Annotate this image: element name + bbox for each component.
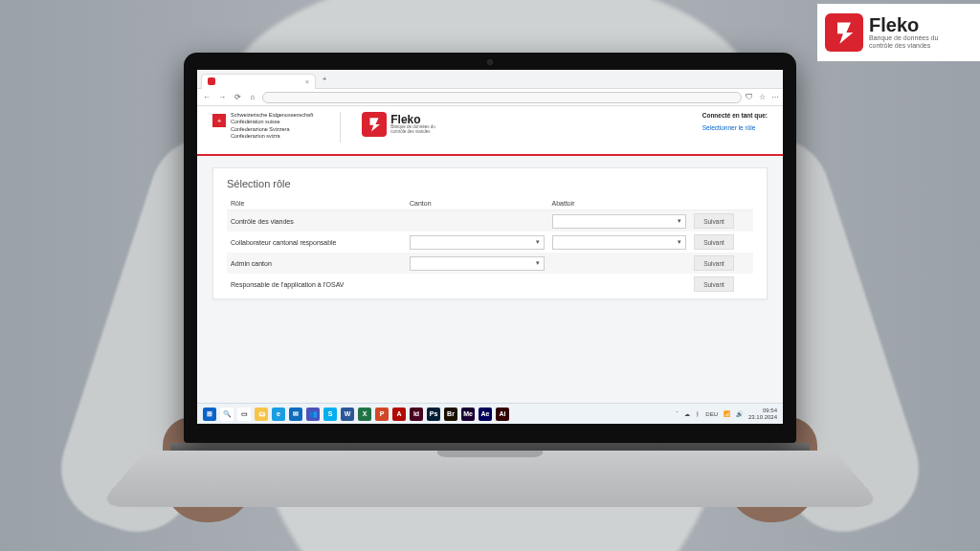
fleko-logo-card: Fleko Banque de données du contrôle des … xyxy=(817,4,980,61)
next-button[interactable]: Suivant xyxy=(694,213,734,229)
start-icon[interactable]: ⊞ xyxy=(203,408,216,421)
media-encoder-icon[interactable]: Me xyxy=(461,408,475,421)
fleko-logo-sub2: contrôle des viandes xyxy=(869,42,938,50)
indesign-icon[interactable]: Id xyxy=(410,408,423,421)
gov-line: Confederaziun svizra xyxy=(231,133,313,140)
shield-icon[interactable]: 🛡 xyxy=(746,93,753,101)
word-icon[interactable]: W xyxy=(341,408,354,421)
illustrator-icon[interactable]: Ai xyxy=(496,408,509,421)
gov-line: Confederazione Svizzera xyxy=(231,126,313,133)
tray-lang[interactable]: DEU xyxy=(705,411,718,417)
url-input[interactable] xyxy=(262,92,742,103)
gov-line: Schweizerische Eidgenossenschaft xyxy=(231,112,313,119)
action-cell: Suivant xyxy=(690,253,753,274)
powerpoint-icon[interactable]: P xyxy=(375,408,389,421)
canton-cell: ▾ xyxy=(406,231,548,253)
card-title: Sélection rôle xyxy=(227,178,753,189)
tray-volume-icon[interactable]: 🔊 xyxy=(736,410,743,417)
fleko-logo-sub1: Banque de données du xyxy=(869,34,938,42)
table-row: Contrôle des viandes▾Suivant xyxy=(227,210,753,232)
edge-icon[interactable]: e xyxy=(272,408,285,421)
role-cell: Collaborateur cantonal responsable xyxy=(227,231,406,253)
tray-bluetooth-icon[interactable]: ᛒ xyxy=(696,411,700,417)
back-button[interactable]: ← xyxy=(201,92,212,103)
system-tray: ˄ ☁ ᛒ DEU 📶 🔊 09:54 23.10.2024 xyxy=(676,408,777,420)
after-effects-icon[interactable]: Ae xyxy=(479,408,492,421)
abattoir-cell xyxy=(548,274,691,295)
browser-tab[interactable]: × xyxy=(201,74,316,89)
fleko-logo-icon xyxy=(825,13,863,52)
role-cell: Admin canton xyxy=(227,253,406,274)
role-cell: Responsable de l'application à l'OSAV xyxy=(227,274,406,295)
teams-icon[interactable]: 👥 xyxy=(306,408,320,421)
tray-clock[interactable]: 09:54 23.10.2024 xyxy=(748,408,777,420)
next-button[interactable]: Suivant xyxy=(694,276,734,292)
gov-line: Confédération suisse xyxy=(231,119,313,125)
canton-cell xyxy=(406,210,548,232)
skype-icon[interactable]: S xyxy=(323,408,337,421)
trackpad-notch xyxy=(436,451,544,457)
tray-chevron-icon[interactable]: ˄ xyxy=(676,410,679,417)
divider xyxy=(340,112,341,143)
action-cell: Suivant xyxy=(690,231,753,253)
tray-date: 23.10.2024 xyxy=(748,414,777,421)
canton-select[interactable]: ▾ xyxy=(410,235,545,250)
search-icon[interactable]: 🔍 xyxy=(220,408,234,421)
fleko-inline-sub2: contrôle des viandes xyxy=(390,130,435,135)
th-role: Rôle xyxy=(227,197,406,210)
tray-cloud-icon[interactable]: ☁ xyxy=(684,410,690,417)
table-row: Collaborateur cantonal responsable▾▾Suiv… xyxy=(227,231,753,253)
role-cell: Contrôle des viandes xyxy=(227,210,406,232)
auth-label: Connecté en tant que: xyxy=(702,112,768,119)
fleko-logo-name: Fleko xyxy=(869,15,938,34)
browser-tabstrip: × + xyxy=(197,70,783,89)
tray-time: 09:54 xyxy=(748,408,777,414)
reload-button[interactable]: ⟳ xyxy=(232,92,243,103)
select-role-link[interactable]: Sélectionner le rôle xyxy=(702,124,768,131)
taskview-icon[interactable]: ▭ xyxy=(237,408,251,421)
forward-button[interactable]: → xyxy=(216,92,228,103)
star-icon[interactable]: ☆ xyxy=(759,93,766,101)
content-wrap: Sélection rôle Rôle Canton Abattoir Cont… xyxy=(197,156,783,403)
th-abattoir: Abattoir xyxy=(548,197,691,210)
new-tab-icon[interactable]: + xyxy=(319,74,330,85)
menu-icon[interactable]: ⋯ xyxy=(771,93,779,101)
laptop-screen-bezel: × + ← → ⟳ ⌂ 🛡 ☆ ⋯ + xyxy=(184,53,796,443)
abattoir-select[interactable]: ▾ xyxy=(552,214,687,229)
tab-close-icon[interactable]: × xyxy=(305,78,309,85)
canton-cell xyxy=(406,274,548,295)
fleko-inline-logo: Fleko Banque de données du contrôle des … xyxy=(362,112,435,137)
action-cell: Suivant xyxy=(690,274,753,295)
fleko-inline-icon xyxy=(362,112,387,137)
laptop: × + ← → ⟳ ⌂ 🛡 ☆ ⋯ + xyxy=(184,53,796,537)
swiss-shield-icon: + xyxy=(212,114,226,127)
page-header: + Schweizerische Eidgenossenschaft Confé… xyxy=(197,106,783,156)
outlook-icon[interactable]: ✉ xyxy=(289,408,302,421)
excel-icon[interactable]: X xyxy=(358,408,371,421)
explorer-icon[interactable]: 🗂 xyxy=(255,408,268,421)
role-selection-card: Sélection rôle Rôle Canton Abattoir Cont… xyxy=(212,167,768,299)
abattoir-cell: ▾ xyxy=(548,231,691,253)
role-table: Rôle Canton Abattoir Contrôle des viande… xyxy=(227,197,753,295)
table-row: Responsable de l'application à l'OSAVSui… xyxy=(227,274,753,295)
abattoir-select[interactable]: ▾ xyxy=(552,235,687,250)
abattoir-cell xyxy=(548,253,691,274)
tray-network-icon[interactable]: 📶 xyxy=(724,410,730,417)
home-button[interactable]: ⌂ xyxy=(247,92,258,103)
canton-cell: ▾ xyxy=(406,253,548,274)
canton-select[interactable]: ▾ xyxy=(410,256,545,271)
next-button[interactable]: Suivant xyxy=(694,234,734,250)
browser-toolbar: ← → ⟳ ⌂ 🛡 ☆ ⋯ xyxy=(197,89,783,106)
abattoir-cell: ▾ xyxy=(548,210,691,232)
photoshop-icon[interactable]: Ps xyxy=(427,408,440,421)
windows-taskbar: ⊞🔍▭🗂e✉👥SWXPAIdPsBrMeAeAi ˄ ☁ ᛒ DEU 📶 🔊 0… xyxy=(197,403,783,424)
action-cell: Suivant xyxy=(690,210,753,232)
bridge-icon[interactable]: Br xyxy=(444,408,457,421)
laptop-base xyxy=(98,451,883,507)
acrobat-icon[interactable]: A xyxy=(392,408,406,421)
auth-box: Connecté en tant que: Sélectionner le rô… xyxy=(702,112,768,131)
camera-icon xyxy=(487,59,493,65)
next-button[interactable]: Suivant xyxy=(694,255,734,271)
table-row: Admin canton▾Suivant xyxy=(227,253,753,274)
th-canton: Canton xyxy=(406,197,548,210)
